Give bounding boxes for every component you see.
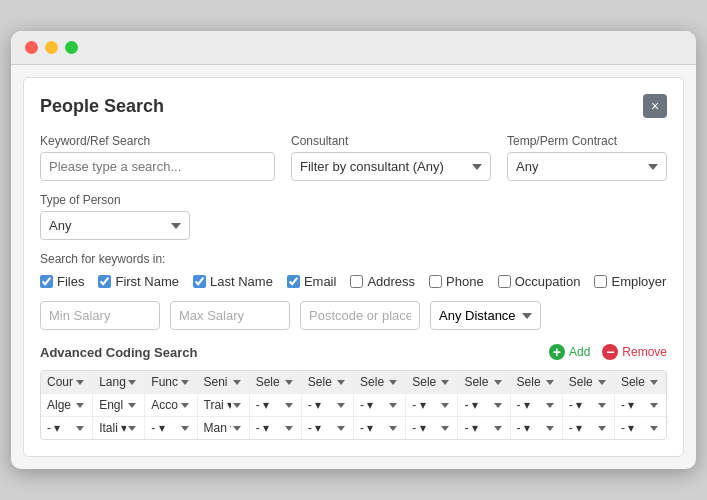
coding-cell-select[interactable]: - ▾ [412, 421, 451, 435]
coding-data-cell: Itali ▾ [93, 417, 145, 439]
coding-header-select[interactable]: Lang ▾ [99, 375, 138, 389]
coding-header-select[interactable]: Sele ▾ [621, 375, 660, 389]
search-keywords-label: Search for keywords in: [40, 252, 667, 266]
coding-cell-select[interactable]: - ▾ [464, 398, 503, 412]
close-button[interactable]: × [643, 94, 667, 118]
coding-cell-select[interactable]: - ▾ [412, 398, 451, 412]
checkbox-item-last-name: Last Name [193, 274, 273, 289]
coding-cell-select[interactable]: - ▾ [621, 421, 660, 435]
coding-header-cell: Sele ▾ [563, 371, 615, 393]
coding-cell-select[interactable]: Acco ▾ [151, 398, 190, 412]
search-row-2: Type of Person Any Candidate Client Supp… [40, 193, 667, 240]
contract-select[interactable]: Any Temp Perm Contract [507, 152, 667, 181]
coding-cell-select[interactable]: - ▾ [464, 421, 503, 435]
coding-header-select[interactable]: Seni ▾ [204, 375, 243, 389]
consultant-select[interactable]: Filter by consultant (Any) [291, 152, 491, 181]
coding-data-cell: - ▾ [563, 394, 615, 416]
type-group: Type of Person Any Candidate Client Supp… [40, 193, 190, 240]
coding-cell-select[interactable]: - ▾ [360, 421, 399, 435]
coding-header-select[interactable]: Sele ▾ [412, 375, 451, 389]
checkbox-phone[interactable] [429, 275, 442, 288]
coding-cell-select[interactable]: - ▾ [256, 398, 295, 412]
checkbox-label-occupation: Occupation [515, 274, 581, 289]
checkbox-first-name[interactable] [98, 275, 111, 288]
contract-group: Temp/Perm Contract Any Temp Perm Contrac… [507, 134, 667, 181]
remove-icon: − [602, 344, 618, 360]
close-traffic-btn[interactable] [25, 41, 38, 54]
coding-cell-select[interactable]: - ▾ [256, 421, 295, 435]
coding-data-cell: - ▾ [563, 417, 615, 439]
add-coding-button[interactable]: + Add [549, 344, 590, 360]
app-window: People Search × Keyword/Ref Search Consu… [11, 31, 696, 469]
coding-data-row: - ▾Itali ▾- ▾Man ▾- ▾- ▾- ▾- ▾- ▾- ▾- ▾-… [41, 417, 666, 439]
coding-cell-select[interactable]: - ▾ [308, 421, 347, 435]
remove-coding-button[interactable]: − Remove [602, 344, 667, 360]
checkbox-email[interactable] [287, 275, 300, 288]
checkbox-last-name[interactable] [193, 275, 206, 288]
checkbox-occupation[interactable] [498, 275, 511, 288]
coding-header-cell: Sele ▾ [354, 371, 406, 393]
coding-cell-select[interactable]: - ▾ [47, 421, 86, 435]
coding-cell-select[interactable]: - ▾ [517, 421, 556, 435]
coding-header-select[interactable]: Sele ▾ [360, 375, 399, 389]
coding-cell-select[interactable]: Itali ▾ [99, 421, 138, 435]
modal-header: People Search × [40, 94, 667, 118]
coding-header-cell: Sele ▾ [615, 371, 666, 393]
keyword-input[interactable] [40, 152, 275, 181]
coding-cell-select[interactable]: - ▾ [569, 421, 608, 435]
checkbox-label-last-name: Last Name [210, 274, 273, 289]
coding-cell-select[interactable]: - ▾ [621, 398, 660, 412]
add-icon: + [549, 344, 565, 360]
coding-header-select[interactable]: Sele ▾ [569, 375, 608, 389]
coding-cell-select[interactable]: - ▾ [151, 421, 190, 435]
coding-data-cell: - ▾ [406, 417, 458, 439]
coding-data-cell: - ▾ [302, 394, 354, 416]
postcode-input[interactable] [300, 301, 420, 330]
coding-cell-select[interactable]: Alge ▾ [47, 398, 86, 412]
coding-cell-select[interactable]: - ▾ [308, 398, 347, 412]
coding-data-cell: - ▾ [615, 417, 666, 439]
coding-header-select[interactable]: Sele ▾ [464, 375, 503, 389]
coding-cell-select[interactable]: Trai ▾ [204, 398, 243, 412]
checkbox-employer[interactable] [594, 275, 607, 288]
minimize-traffic-btn[interactable] [45, 41, 58, 54]
contract-label: Temp/Perm Contract [507, 134, 667, 148]
max-salary-input[interactable] [170, 301, 290, 330]
coding-header-select[interactable]: Func ▾ [151, 375, 190, 389]
maximize-traffic-btn[interactable] [65, 41, 78, 54]
distance-select[interactable]: Any Distance5 miles10 miles25 miles50 mi… [430, 301, 541, 330]
coding-cell-select[interactable]: - ▾ [517, 398, 556, 412]
checkbox-label-address: Address [367, 274, 415, 289]
coding-header-cell: Lang ▾ [93, 371, 145, 393]
checkbox-address[interactable] [350, 275, 363, 288]
coding-cell-select[interactable]: - ▾ [569, 398, 608, 412]
coding-data-cell: - ▾ [458, 417, 510, 439]
coding-data-cell: - ▾ [302, 417, 354, 439]
coding-data-cell: - ▾ [354, 417, 406, 439]
coding-data-cell: Trai ▾ [198, 394, 250, 416]
coding-header-cell: Sele ▾ [302, 371, 354, 393]
coding-cell-select[interactable]: Engl ▾ [99, 398, 138, 412]
checkbox-item-phone: Phone [429, 274, 484, 289]
checkbox-files[interactable] [40, 275, 53, 288]
coding-cell-select[interactable]: Man ▾ [204, 421, 243, 435]
checkbox-label-employer: Employer [611, 274, 666, 289]
coding-cell-select[interactable]: - ▾ [360, 398, 399, 412]
coding-data-row: Alge ▾Engl ▾Acco ▾Trai ▾- ▾- ▾- ▾- ▾- ▾-… [41, 394, 666, 417]
checkbox-item-email: Email [287, 274, 337, 289]
advanced-actions: + Add − Remove [549, 344, 667, 360]
min-salary-input[interactable] [40, 301, 160, 330]
coding-data-cell: - ▾ [458, 394, 510, 416]
advanced-header: Advanced Coding Search + Add − Remove [40, 344, 667, 360]
checkbox-label-phone: Phone [446, 274, 484, 289]
type-select[interactable]: Any Candidate Client Supplier [40, 211, 190, 240]
coding-header-select[interactable]: Sele ▾ [517, 375, 556, 389]
coding-header-select[interactable]: Cour ▾ [47, 375, 86, 389]
coding-header-cell: Seni ▾ [198, 371, 250, 393]
checkbox-label-files: Files [57, 274, 84, 289]
coding-header-select[interactable]: Sele ▾ [308, 375, 347, 389]
checkbox-item-occupation: Occupation [498, 274, 581, 289]
coding-header-cell: Sele ▾ [250, 371, 302, 393]
consultant-group: Consultant Filter by consultant (Any) [291, 134, 491, 181]
coding-header-select[interactable]: Sele ▾ [256, 375, 295, 389]
